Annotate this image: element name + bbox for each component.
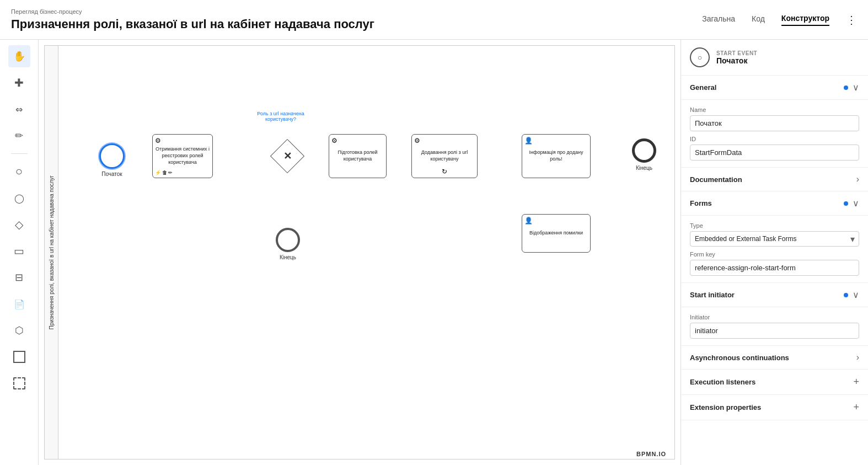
nav-constructor[interactable]: Конструктор — [781, 14, 829, 26]
task-show-error[interactable]: 👤 Відображення помилки — [522, 214, 591, 253]
forms-section-body: Type Embedded or External Task Forms For… — [681, 216, 868, 283]
loop-icon: ↻ — [442, 168, 447, 175]
task-prepare-roles[interactable]: ⚙ Підготовка ролей користувача — [329, 134, 387, 178]
start-initiator-section-header[interactable]: Start initiator ∨ — [681, 283, 868, 307]
extension-plus[interactable]: + — [853, 402, 859, 413]
general-title: General — [690, 83, 716, 92]
end1-label: Кінець — [271, 254, 304, 260]
tool-lasso[interactable] — [8, 372, 30, 394]
execution-title: Execution listeners — [690, 378, 756, 386]
forms-section-header[interactable]: Forms ∨ — [681, 191, 868, 216]
crosshair-icon: ✚ — [14, 76, 24, 89]
initiator-input[interactable] — [690, 323, 859, 339]
general-dot — [844, 85, 848, 90]
frame-icon — [13, 351, 25, 363]
extension-section-header[interactable]: Extension properties + — [681, 395, 868, 420]
pool-label: Призначення ролі, вказаної в url на кабі… — [45, 46, 58, 459]
type-select[interactable]: Embedded or External Task Forms — [690, 231, 859, 247]
execution-section-header[interactable]: Execution listeners + — [681, 370, 868, 395]
gateway-x-icon: ✕ — [283, 150, 292, 162]
type-field-group: Type Embedded or External Task Forms — [690, 222, 859, 247]
tool-circle-large[interactable]: ○ — [8, 161, 30, 183]
initiator-field-group: Initiator — [690, 314, 859, 339]
start-initiator-chevron: ∨ — [853, 290, 859, 300]
documentation-section-header[interactable]: Documentation › — [681, 168, 868, 191]
panel-element-type: START EVENT — [716, 50, 757, 56]
header-title: Призначення ролі, вказаної в url на кабі… — [11, 17, 374, 31]
tool-space[interactable]: ⇔ — [8, 98, 30, 120]
tool-document[interactable]: 📄 — [8, 293, 30, 315]
name-field-group: Name — [690, 106, 859, 131]
start-initiator-dot — [844, 293, 848, 297]
name-label: Name — [690, 106, 859, 113]
end-event-1[interactable]: Кінець — [276, 228, 300, 252]
form-key-input[interactable] — [690, 260, 859, 276]
general-chevron: ∨ — [853, 82, 859, 93]
document-icon: 📄 — [14, 299, 25, 309]
task3-text: Додавання ролі з url користувачу — [414, 149, 475, 162]
pen-icon: ✏ — [15, 130, 23, 142]
mini-icon-2: 🗑 — [162, 170, 167, 175]
execution-plus[interactable]: + — [853, 376, 859, 388]
task-add-role[interactable]: ⚙ Додавання ролі з url користувачу ↻ — [411, 134, 478, 178]
start-event-icon: ○ — [690, 47, 710, 67]
general-section-body: Name ID — [681, 100, 868, 168]
nav-code[interactable]: Код — [752, 14, 765, 25]
rectangle-icon: ▭ — [14, 244, 24, 258]
id-input[interactable] — [690, 145, 859, 161]
space-icon: ⇔ — [15, 104, 23, 115]
tool-create[interactable]: ✚ — [8, 72, 30, 94]
id-field-group: ID — [690, 136, 859, 161]
task-icon-3: ⚙ — [414, 137, 420, 145]
task-obtain-roles[interactable]: ⚙ Отримання системних і реєстрових ролей… — [152, 134, 213, 178]
mini-icon-3: ✏ — [168, 170, 173, 175]
tool-hand[interactable]: ✋ — [8, 45, 30, 67]
name-input[interactable] — [690, 115, 859, 131]
hand-icon: ✋ — [13, 50, 25, 62]
header-subtitle: Перегляд бізнес-процесу — [11, 8, 374, 15]
start-initiator-body: Initiator — [681, 307, 868, 346]
type-select-wrapper: Embedded or External Task Forms — [690, 231, 859, 247]
circle-small-icon: ◯ — [14, 193, 24, 204]
tool-divider-1 — [11, 153, 28, 154]
panel-title-group: START EVENT Початок — [716, 50, 757, 65]
start-initiator-left: Start initiator — [690, 291, 735, 299]
tool-cylinder[interactable]: ⬡ — [8, 319, 30, 341]
tool-diamond[interactable]: ◇ — [8, 213, 30, 236]
task2-text: Підготовка ролей користувача — [331, 149, 384, 162]
more-menu-button[interactable]: ⋮ — [846, 13, 857, 26]
left-toolbar: ✋ ✚ ⇔ ✏ ○ ◯ ◇ ▭ ⊟ 📄 ⬡ — [0, 40, 39, 465]
async-chevron: › — [856, 352, 859, 362]
forms-dot — [844, 201, 848, 206]
tool-frame[interactable] — [8, 346, 30, 368]
tool-rectangle[interactable]: ▭ — [8, 240, 30, 262]
gateway-role-assigned[interactable]: ✕ Роль з url назначена користувачу? — [275, 144, 299, 168]
id-label: ID — [690, 136, 859, 142]
tool-circle-small[interactable]: ◯ — [8, 187, 30, 209]
forms-chevron: ∨ — [853, 198, 859, 209]
tool-pen[interactable]: ✏ — [8, 125, 30, 147]
canvas-container[interactable]: Призначення ролі, вказаної в url на кабі… — [44, 45, 675, 459]
header: Перегляд бізнес-процесу Призначення ролі… — [0, 0, 868, 40]
end-event-2[interactable]: Кінець — [632, 138, 656, 163]
task-icon-5: 👤 — [524, 217, 533, 225]
circle-large-icon: ○ — [15, 165, 23, 178]
initiator-label: Initiator — [690, 314, 859, 320]
task-info-role[interactable]: 👤 Інформація про додану роль! — [522, 134, 591, 178]
start-initiator-title: Start initiator — [690, 291, 735, 299]
task5-text: Відображення помилки — [529, 230, 583, 237]
general-section-header[interactable]: General ∨ — [681, 76, 868, 100]
tool-subprocess[interactable]: ⊟ — [8, 266, 30, 288]
task4-text: Інформація про додану роль! — [524, 149, 588, 162]
async-title: Asynchronous continuations — [690, 354, 789, 362]
form-key-field-group: Form key — [690, 251, 859, 276]
task-icon-2: ⚙ — [331, 137, 337, 145]
gateway-label: Роль з url назначена користувачу? — [248, 111, 314, 122]
subprocess-icon: ⊟ — [15, 271, 23, 284]
task-icon-1: ⚙ — [155, 137, 161, 145]
nav-general[interactable]: Загальна — [702, 14, 735, 25]
async-section-header[interactable]: Asynchronous continuations › — [681, 346, 868, 370]
bpmn-io-footer: BPMN.IO — [633, 447, 669, 461]
cylinder-icon: ⬡ — [15, 324, 24, 336]
canvas-area[interactable]: Призначення ролі, вказаної в url на кабі… — [39, 40, 681, 465]
